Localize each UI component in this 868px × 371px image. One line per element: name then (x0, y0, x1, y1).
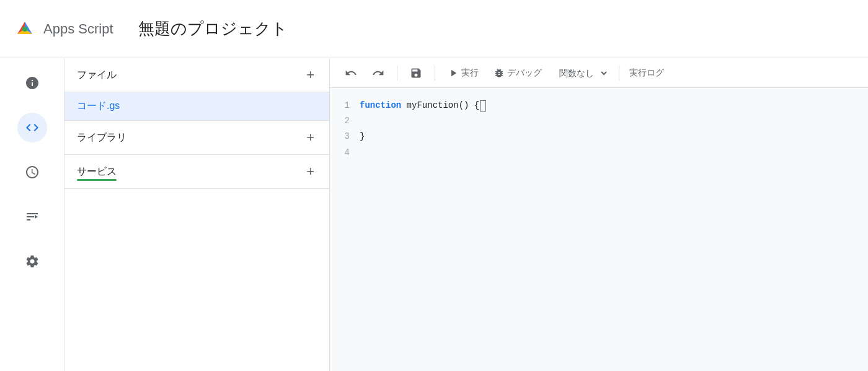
add-service-button[interactable]: + (304, 162, 317, 181)
services-label: サービス (77, 166, 117, 177)
line-num-3: 3 (330, 129, 350, 144)
file-panel: ファイル + コード.gs ライブラリ + サービス + (64, 58, 330, 371)
clock-icon (25, 165, 40, 180)
function-select[interactable]: 関数なし (552, 65, 609, 81)
redo-button[interactable] (367, 64, 389, 82)
code-icon-btn[interactable] (17, 113, 47, 142)
line-numbers: 1 2 3 4 (330, 98, 360, 361)
files-section-header: ファイル + (64, 58, 329, 92)
undo-button[interactable] (340, 64, 362, 82)
debug-label: デバッグ (507, 68, 542, 79)
debug-button[interactable]: デバッグ (489, 65, 547, 81)
services-label-wrapper: サービス (77, 165, 117, 178)
editor-toolbar: 実行 デバッグ 関数なし 実行ログ (330, 58, 868, 88)
code-content: function myFunction() { } (360, 98, 868, 361)
code-line-4 (360, 145, 868, 160)
toolbar-sep-1 (397, 66, 397, 81)
redo-icon (372, 67, 384, 79)
files-label: ファイル (77, 69, 117, 82)
code-icon (25, 120, 40, 135)
execution-log-icon (25, 209, 40, 224)
brace-open: { (474, 98, 479, 113)
app-name: Apps Script (43, 21, 113, 37)
apps-script-logo (12, 17, 37, 41)
run-log-icon-btn[interactable] (17, 202, 47, 232)
info-icon (25, 76, 40, 90)
run-button[interactable]: 実行 (443, 65, 484, 81)
cursor (480, 100, 486, 111)
project-name: 無題のプロジェクト (138, 18, 288, 40)
svg-point-1 (22, 27, 27, 32)
save-icon (410, 67, 422, 79)
main-layout: ファイル + コード.gs ライブラリ + サービス + (0, 58, 868, 371)
code-line-2 (360, 113, 868, 129)
services-underline (77, 179, 117, 181)
file-item-name: コード.gs (77, 100, 120, 113)
line-num-2: 2 (330, 113, 350, 129)
code-text-1: myFunction() (401, 98, 474, 113)
library-label: ライブラリ (77, 131, 126, 144)
toolbar-sep-2 (435, 66, 435, 81)
info-icon-btn[interactable] (17, 68, 47, 98)
keyword-function: function (360, 98, 401, 113)
line-num-1: 1 (330, 98, 350, 113)
settings-icon-btn[interactable] (17, 247, 47, 276)
sidebar-icons (0, 58, 64, 371)
line-num-4: 4 (330, 145, 350, 160)
run-log-label[interactable]: 実行ログ (629, 68, 664, 79)
services-section[interactable]: サービス + (64, 155, 329, 189)
settings-icon (25, 254, 40, 269)
save-button[interactable] (405, 64, 427, 82)
editor-area: 実行 デバッグ 関数なし 実行ログ 1 2 3 4 (330, 58, 868, 371)
code-editor[interactable]: 1 2 3 4 function myFunction() { } (330, 88, 868, 371)
code-line-1: function myFunction() { (360, 98, 868, 113)
header: Apps Script 無題のプロジェクト (0, 0, 868, 58)
add-library-button[interactable]: + (304, 128, 317, 147)
brace-close: } (360, 129, 365, 144)
add-file-button[interactable]: + (304, 66, 317, 84)
run-label: 実行 (461, 68, 479, 79)
file-item-code-gs[interactable]: コード.gs (64, 92, 329, 121)
logo-area: Apps Script (12, 17, 113, 41)
undo-icon (345, 67, 357, 79)
play-icon (448, 68, 459, 79)
code-line-3: } (360, 129, 868, 144)
triggers-icon-btn[interactable] (17, 157, 47, 187)
library-section[interactable]: ライブラリ + (64, 121, 329, 155)
debug-icon (494, 68, 505, 79)
toolbar-sep-3 (619, 66, 619, 81)
